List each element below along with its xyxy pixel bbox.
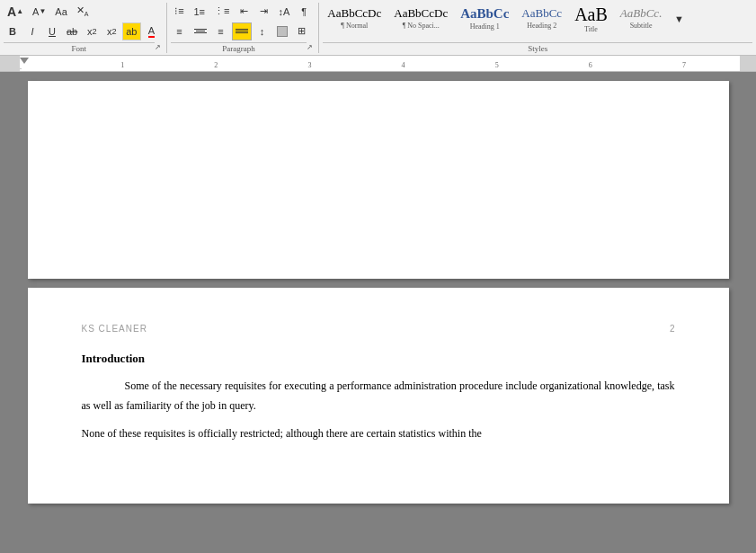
highlight-icon: ab (126, 26, 137, 37)
change-case-icon: Aa (55, 6, 67, 17)
clear-formatting-btn[interactable]: ✕A (73, 3, 93, 21)
styles-section: AaBbCcDc ¶ Normal AaBbCcDc ¶ No Spaci...… (323, 3, 752, 53)
font-row-bottom: B I U ab x2 x2 ab A (4, 22, 161, 40)
ruler-tick-1: 1 (120, 61, 124, 69)
font-row-top: A ▲ A ▼ Aa ✕A (4, 3, 161, 21)
doc-paragraph-2[interactable]: None of these requisites is officially r… (82, 424, 675, 444)
ruler-tick-7: 7 (682, 61, 686, 69)
ruler-gray-right (740, 56, 756, 71)
styles-section-footer: Styles (323, 42, 752, 53)
paragraph-section: ⁝≡ 1≡ ⋮≡ ⇤ ⇥ ↕A ¶ ≡ (171, 3, 320, 53)
font-section: A ▲ A ▼ Aa ✕A B I U ab x2 x2 ab (4, 3, 167, 53)
font-launcher-btn[interactable]: ↗ (155, 43, 161, 51)
font-color-icon: A (148, 25, 155, 38)
ruler-tick-5: 5 (495, 61, 499, 69)
bold-btn[interactable]: B (4, 22, 22, 40)
para-section-footer: Paragraph ↗ (171, 42, 314, 53)
ruler-gray-left (0, 56, 20, 71)
ruler-tick-6: 6 (589, 61, 592, 69)
ruler-indent-marker[interactable] (20, 58, 29, 64)
doc-paragraph-1[interactable]: Some of the necessary requisites for exe… (82, 377, 675, 415)
decrease-indent-btn[interactable]: ⇤ (235, 3, 253, 21)
style-heading2[interactable]: AaBbCc Heading 2 (517, 5, 566, 31)
sort-icon: ↕A (278, 6, 289, 17)
style-title-preview: AaB (574, 4, 608, 24)
ruler-tick-4: 4 (402, 61, 405, 69)
align-left-icon: ≡ (176, 26, 182, 37)
style-heading1-label: Heading 1 (470, 22, 500, 31)
style-normal-preview: AaBbCcDc (327, 7, 381, 20)
bullets-btn[interactable]: ⁝≡ (171, 3, 189, 21)
show-para-btn[interactable]: ¶ (295, 3, 313, 21)
change-case-btn[interactable]: Aa (51, 3, 70, 21)
superscript-btn[interactable]: x2 (102, 22, 120, 40)
shading-icon (277, 26, 288, 37)
sort-btn[interactable]: ↕A (274, 3, 293, 21)
style-normal[interactable]: AaBbCcDc ¶ Normal (323, 5, 386, 31)
subscript-btn[interactable]: x2 (83, 22, 101, 40)
style-subtitle-label: Subtitle (630, 22, 653, 30)
style-heading2-label: Heading 2 (527, 22, 556, 30)
font-section-label: Font (4, 42, 155, 53)
font-color-btn[interactable]: A (143, 22, 161, 40)
page-number: 2 (670, 324, 675, 334)
strikethrough-btn[interactable]: ab (63, 22, 81, 40)
para-launcher-btn[interactable]: ↗ (307, 43, 313, 51)
para-section-label: Paragraph (171, 42, 307, 53)
style-heading2-preview: AaBbCc (521, 7, 562, 20)
toolbar: A ▲ A ▼ Aa ✕A B I U ab x2 x2 ab (0, 0, 756, 56)
align-left-btn[interactable]: ≡ (171, 22, 189, 40)
align-center-btn[interactable] (191, 22, 210, 40)
font-section-footer: Font ↗ (4, 42, 161, 53)
align-center-icon (194, 29, 207, 33)
multilevel-list-icon: ⋮≡ (214, 5, 229, 17)
ruler-white: . 1 2 3 4 5 6 7 (20, 56, 740, 71)
align-right-icon: ≡ (218, 26, 223, 37)
shading-btn[interactable] (273, 22, 291, 40)
styles-row: AaBbCcDc ¶ Normal AaBbCcDc ¶ No Spaci...… (323, 3, 752, 35)
style-heading1[interactable]: AaBbCc Heading 1 (456, 4, 513, 32)
increase-indent-btn[interactable]: ⇥ (254, 3, 272, 21)
page-1 (28, 81, 729, 279)
para-row-bottom: ≡ ≡ ↕ (171, 22, 314, 40)
heading-text: Introduction (82, 352, 146, 365)
style-no-spacing-label: ¶ No Spaci... (403, 22, 440, 30)
para-row-top: ⁝≡ 1≡ ⋮≡ ⇤ ⇥ ↕A ¶ (171, 3, 314, 21)
styles-section-label: Styles (323, 42, 752, 53)
align-right-btn[interactable]: ≡ (212, 22, 230, 40)
page-2: KS CLEANER 2 Introduction Some of the ne… (28, 288, 729, 504)
numbering-btn[interactable]: 1≡ (191, 3, 209, 21)
style-heading1-preview: AaBbCc (460, 6, 509, 22)
style-normal-label: ¶ Normal (341, 22, 368, 30)
borders-icon: ⊞ (298, 25, 306, 37)
page-header: KS CLEANER 2 (82, 324, 675, 334)
style-subtitle-preview: AaBbCc. (620, 7, 663, 20)
justify-btn[interactable] (232, 22, 252, 40)
line-spacing-btn[interactable]: ↕ (253, 22, 271, 40)
justify-icon (236, 29, 248, 33)
ruler-tick-2: 2 (214, 61, 218, 69)
font-size-decrease-btn[interactable]: A ▼ (29, 3, 49, 21)
text-highlight-btn[interactable]: ab (122, 22, 140, 40)
font-size-decrease-icon: A (32, 6, 39, 17)
header-title: KS CLEANER (82, 324, 147, 334)
style-subtitle[interactable]: AaBbCc. Subtitle (616, 5, 667, 31)
bullets-icon: ⁝≡ (174, 5, 183, 17)
style-title[interactable]: AaB Title (570, 3, 612, 35)
doc-heading-introduction: Introduction (82, 352, 675, 366)
more-styles-btn[interactable]: ▼ (670, 10, 688, 28)
decrease-indent-icon: ⇤ (240, 5, 248, 17)
style-no-spacing[interactable]: AaBbCcDc ¶ No Spaci... (389, 5, 452, 31)
underline-btn[interactable]: U (43, 22, 61, 40)
borders-btn[interactable]: ⊞ (293, 22, 311, 40)
multilevel-list-btn[interactable]: ⋮≡ (210, 3, 233, 21)
font-size-increase-icon: A (7, 4, 16, 19)
pilcrow-icon: ¶ (301, 6, 307, 17)
style-title-label: Title (584, 25, 598, 33)
ruler-origin: . (20, 63, 22, 71)
ruler: . 1 2 3 4 5 6 7 (0, 56, 756, 72)
font-size-increase-btn[interactable]: A ▲ (4, 3, 27, 21)
ruler-tick-3: 3 (307, 61, 311, 69)
content-area: KS CLEANER 2 Introduction Some of the ne… (0, 72, 756, 553)
italic-btn[interactable]: I (23, 22, 41, 40)
